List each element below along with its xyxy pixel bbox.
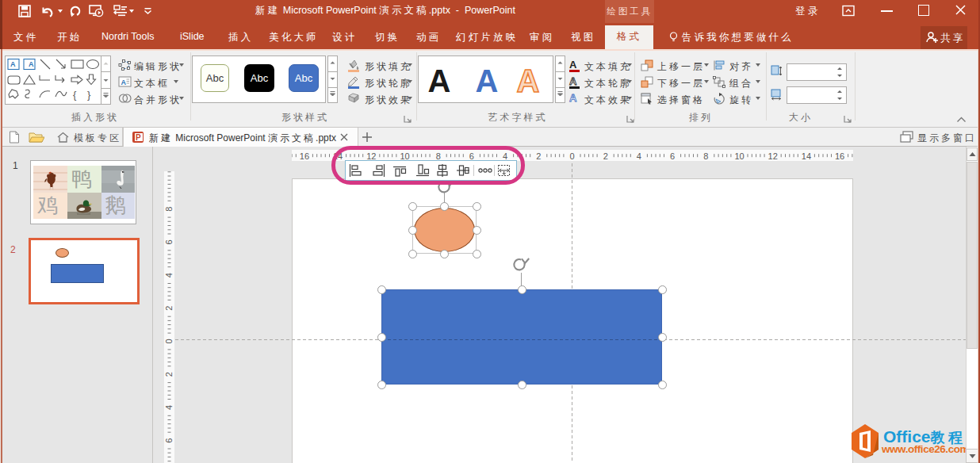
- svg-text:4: 4: [164, 405, 174, 410]
- svg-text:16: 16: [835, 151, 844, 161]
- svg-text:2: 2: [164, 306, 174, 311]
- svg-text:8: 8: [164, 207, 174, 212]
- svg-text:A: A: [10, 60, 16, 68]
- svg-text:6: 6: [164, 239, 174, 244]
- svg-text:2: 2: [536, 151, 541, 161]
- svg-text:2: 2: [164, 372, 174, 377]
- svg-text:4: 4: [164, 273, 174, 277]
- svg-text:10: 10: [734, 151, 744, 161]
- svg-text:0: 0: [164, 339, 174, 343]
- svg-text:12: 12: [768, 151, 778, 161]
- svg-text:0: 0: [569, 151, 574, 161]
- svg-text:6: 6: [164, 438, 174, 443]
- svg-text:}: }: [87, 89, 91, 101]
- svg-text:2: 2: [603, 151, 608, 161]
- svg-text:14: 14: [802, 151, 811, 161]
- svg-text:A: A: [121, 78, 127, 86]
- svg-text:A: A: [29, 60, 34, 68]
- svg-text:P: P: [136, 133, 141, 142]
- svg-text:8: 8: [703, 151, 708, 161]
- svg-text:16: 16: [300, 151, 309, 161]
- svg-text:6: 6: [670, 151, 675, 161]
- svg-text:4: 4: [637, 151, 641, 161]
- svg-text:{: {: [73, 89, 77, 101]
